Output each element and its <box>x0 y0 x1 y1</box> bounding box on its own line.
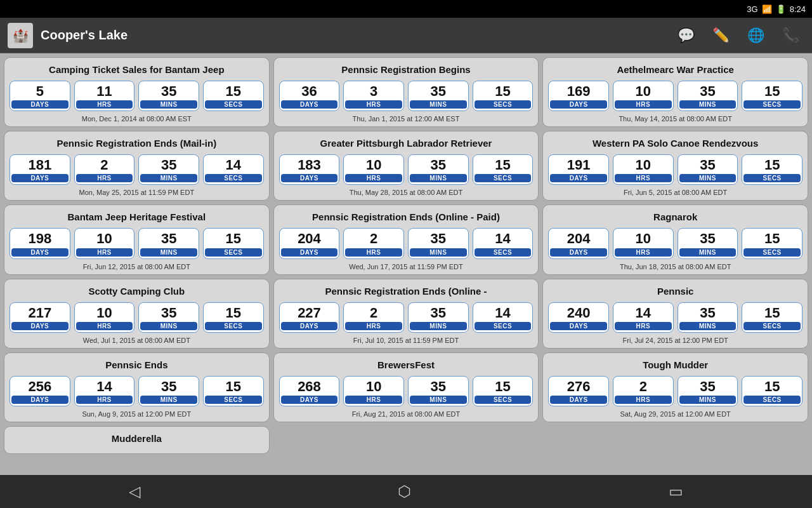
secs-unit: 15 SECS <box>203 302 264 333</box>
mins-value: 35 <box>700 84 715 99</box>
countdown-row: 191 DAYS 10 HRS 35 MINS 15 SECS <box>548 154 802 185</box>
countdown-row: 268 DAYS 10 HRS 35 MINS 15 SECS <box>279 376 534 406</box>
event-card-tough-mudder[interactable]: Tough Mudder 276 DAYS 2 HRS 35 MINS 15 S… <box>542 352 808 422</box>
chat-button[interactable]: 💬 <box>672 25 700 46</box>
event-card-pennsic-reg-begins[interactable]: Pennsic Registration Begins 36 DAYS 3 HR… <box>273 57 539 127</box>
mins-unit: 35 MINS <box>408 376 469 406</box>
event-title: Pennsic Registration Ends (Mail-in) <box>56 137 216 152</box>
days-label: DAYS <box>281 248 338 257</box>
action-bar: 🏰 Cooper's Lake 💬 ✏️ 🌐 📞 <box>0 18 812 53</box>
event-card-pennsic-ends[interactable]: Pennsic Ends 256 DAYS 14 HRS 35 MINS 15 … <box>4 352 270 422</box>
secs-value: 14 <box>495 231 510 246</box>
event-date: Mon, Dec 1, 2014 at 08:00 AM EST <box>82 114 192 123</box>
hrs-value: 10 <box>636 157 651 173</box>
mins-label: MINS <box>679 100 737 109</box>
event-card-bantam-jeep-camping[interactable]: Camping Ticket Sales for Bantam Jeep 5 D… <box>4 57 270 127</box>
partial-event-title: Mudderella <box>112 432 162 447</box>
days-label: DAYS <box>550 174 607 182</box>
event-title: BrewersFest <box>377 358 435 373</box>
days-unit: 191 DAYS <box>548 154 609 185</box>
signal-icon: 3G <box>747 4 757 14</box>
days-unit: 217 DAYS <box>10 302 70 333</box>
days-unit: 183 DAYS <box>279 154 340 185</box>
recents-button[interactable]: ▭ <box>669 483 683 500</box>
countdown-row: 181 DAYS 2 HRS 35 MINS 14 SECS <box>10 154 264 185</box>
event-card-brewersfest[interactable]: BrewersFest 268 DAYS 10 HRS 35 MINS 15 S… <box>273 352 539 422</box>
hrs-value: 11 <box>96 84 112 99</box>
secs-label: SECS <box>743 174 801 182</box>
mins-unit: 35 MINS <box>408 228 469 258</box>
event-card-scotty-camping-club[interactable]: Scotty Camping Club 217 DAYS 10 HRS 35 M… <box>4 279 270 349</box>
countdown-row: 198 DAYS 10 HRS 35 MINS 15 SECS <box>10 228 264 258</box>
hrs-value: 10 <box>636 231 651 246</box>
status-bar: 3G 📶 🔋 8:24 <box>0 0 812 18</box>
days-value: 276 <box>567 379 591 394</box>
event-title: Ragnarok <box>653 210 697 225</box>
hrs-label: HRS <box>615 396 672 404</box>
mins-unit: 35 MINS <box>138 302 199 333</box>
days-label: DAYS <box>11 174 69 182</box>
secs-value: 15 <box>495 157 510 173</box>
event-date: Wed, Jun 17, 2015 at 11:59 PM EDT <box>349 262 463 271</box>
event-title: Greater Pittsburgh Labrador Retriever <box>320 137 492 152</box>
hrs-unit: 10 HRS <box>613 81 674 111</box>
mins-unit: 35 MINS <box>678 81 738 111</box>
secs-unit: 15 SECS <box>742 376 802 406</box>
hrs-value: 2 <box>370 231 377 246</box>
days-label: DAYS <box>11 100 69 109</box>
mins-label: MINS <box>679 248 737 257</box>
mins-unit: 35 MINS <box>138 154 199 185</box>
time-display: 8:24 <box>790 4 806 14</box>
event-date: Fri, Jul 10, 2015 at 11:59 PM EDT <box>353 335 459 344</box>
event-card-pennsic-reg-ends-online-paid[interactable]: Pennsic Registration Ends (Online - Paid… <box>273 204 539 274</box>
days-label: DAYS <box>281 396 338 404</box>
mins-label: MINS <box>679 174 737 182</box>
event-date: Thu, May 28, 2015 at 08:00 AM EDT <box>350 187 463 196</box>
hrs-label: HRS <box>615 322 672 330</box>
event-title: Aethelmearc War Practice <box>617 63 734 78</box>
event-card-pennsic[interactable]: Pennsic 240 DAYS 14 HRS 35 MINS 15 SECS … <box>542 279 808 349</box>
countdown-row: 36 DAYS 3 HRS 35 MINS 15 SECS <box>279 81 534 111</box>
secs-label: SECS <box>475 322 532 330</box>
globe-button[interactable]: 🌐 <box>742 25 769 46</box>
edit-button[interactable]: ✏️ <box>707 25 735 46</box>
hrs-unit: 11 HRS <box>74 81 135 111</box>
secs-unit: 15 SECS <box>203 228 264 258</box>
mins-value: 35 <box>161 84 176 99</box>
hrs-value: 2 <box>639 379 647 394</box>
hrs-value: 2 <box>100 157 108 173</box>
days-unit: 181 DAYS <box>10 154 70 185</box>
mins-label: MINS <box>140 174 197 182</box>
hrs-unit: 10 HRS <box>613 228 674 258</box>
secs-unit: 14 SECS <box>473 302 534 333</box>
mins-label: MINS <box>679 322 737 330</box>
event-card-western-pa-canoe[interactable]: Western PA Solo Canoe Rendezvous 191 DAY… <box>542 131 808 201</box>
event-card-aethelmearc-war[interactable]: Aethelmearc War Practice 169 DAYS 10 HRS… <box>542 57 808 127</box>
countdown-row: 256 DAYS 14 HRS 35 MINS 15 SECS <box>10 376 264 406</box>
days-label: DAYS <box>281 100 338 109</box>
hrs-value: 10 <box>636 84 651 99</box>
mins-unit: 35 MINS <box>138 228 199 258</box>
phone-button[interactable]: 📞 <box>777 25 804 46</box>
mins-value: 35 <box>161 379 176 394</box>
event-card-ragnarok[interactable]: Ragnarok 204 DAYS 10 HRS 35 MINS 15 SECS… <box>542 204 808 274</box>
secs-unit: 15 SECS <box>742 302 802 333</box>
home-button[interactable]: ⬡ <box>398 483 411 500</box>
mins-unit: 35 MINS <box>408 154 469 185</box>
days-unit: 169 DAYS <box>548 81 609 111</box>
event-card-pittsburgh-labrador[interactable]: Greater Pittsburgh Labrador Retriever 18… <box>273 131 539 201</box>
event-card-bantam-jeep-heritage[interactable]: Bantam Jeep Heritage Festival 198 DAYS 1… <box>4 204 270 274</box>
event-card-pennsic-reg-ends-online[interactable]: Pennsic Registration Ends (Online - 227 … <box>273 279 539 349</box>
days-label: DAYS <box>550 248 607 257</box>
back-button[interactable]: ◁ <box>129 483 140 500</box>
hrs-label: HRS <box>345 322 402 330</box>
mins-label: MINS <box>410 396 467 404</box>
hrs-label: HRS <box>76 100 133 109</box>
days-label: DAYS <box>550 396 607 404</box>
countdown-row: 240 DAYS 14 HRS 35 MINS 15 SECS <box>548 302 802 333</box>
secs-value: 15 <box>495 84 510 99</box>
event-card-pennsic-reg-ends-mail[interactable]: Pennsic Registration Ends (Mail-in) 181 … <box>4 131 270 201</box>
hrs-value: 2 <box>370 305 377 321</box>
days-value: 204 <box>298 231 321 246</box>
partial-event-card[interactable]: Mudderella <box>4 426 270 454</box>
